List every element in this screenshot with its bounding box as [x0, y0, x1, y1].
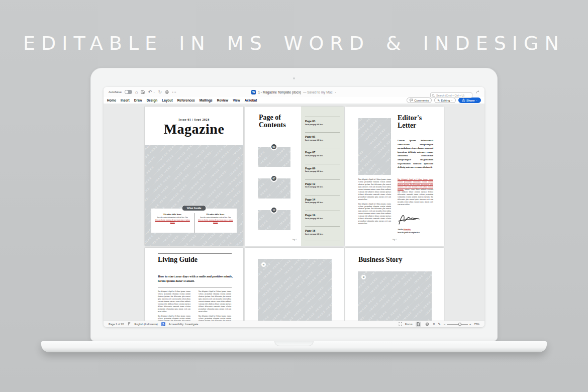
what-inside-box: Header title here Insert the content inf…	[151, 209, 237, 233]
image-here-watermark: -----IMAGE HERE-----IMAGE HERE-----IMAGE…	[258, 259, 332, 321]
toc-badge-07: 07	[270, 175, 277, 182]
word-app-icon: W	[251, 90, 256, 94]
toc-list: Page 03Insert your page title here. Page…	[305, 117, 340, 241]
toc-entry: Page 16Insert your page title here.	[305, 211, 340, 226]
signature-script	[398, 213, 421, 228]
tab-mailings[interactable]: Mailings	[200, 99, 213, 102]
search-box[interactable]	[430, 89, 472, 95]
tab-draw[interactable]: Draw	[134, 99, 142, 102]
editing-label: Editing	[441, 99, 450, 102]
zoom-slider-track[interactable]	[447, 324, 468, 325]
language-status[interactable]: English (Indonesia)	[135, 323, 158, 326]
tab-insert[interactable]: Insert	[121, 99, 130, 102]
inside-header-1: Header title here	[155, 213, 190, 216]
document-title: 1 - Magazine Template (docx)	[258, 90, 301, 94]
laptop-screen: AutoSave ⌂ ↶ ⌄ ↻ ⋯ W 1 - Magazine Templa…	[90, 68, 498, 341]
home-icon[interactable]: ⌂	[135, 90, 138, 94]
draft-view-button[interactable]: ✎	[438, 323, 441, 326]
page-photo[interactable]: 02 -----IMAGE HERE-----IMAGE HERE-----IM…	[245, 248, 344, 321]
save-icon[interactable]	[141, 90, 145, 94]
zoom-level[interactable]: 75%	[474, 323, 479, 326]
zoom-slider-knob[interactable]	[458, 323, 461, 326]
document-saved-status: — Saved to my Mac	[303, 90, 333, 94]
toc-entry: Page 14Insert your page title here.	[305, 195, 340, 211]
focus-label[interactable]: Focus	[405, 323, 413, 326]
zoom-out-icon[interactable]: –	[444, 323, 445, 326]
tab-acrobat[interactable]: Acrobat	[245, 99, 257, 102]
page-business-story[interactable]: Business Story 03 -----IMAGE HERE-----IM…	[345, 248, 444, 321]
zoom-slider[interactable]: – +	[444, 323, 471, 326]
share-button[interactable]: Share ⌄	[458, 97, 481, 103]
page-cover[interactable]: Issue 01 | Sept 2028 Magazine -----IMAGE…	[145, 107, 243, 246]
more-commands-icon[interactable]: ⋯	[172, 90, 176, 94]
share-chevron-icon: ⌄	[476, 99, 477, 102]
contents-title: Page of Contents	[259, 114, 286, 129]
zoom-in-icon[interactable]: +	[469, 323, 471, 326]
camera-dot-icon	[293, 77, 295, 79]
ribbon-tabs-row: Home Insert Draw Design Layout Reference…	[104, 97, 484, 104]
photo-image-placeholder: 02 -----IMAGE HERE-----IMAGE HERE-----IM…	[258, 259, 332, 321]
page-background: EDITABLE IN MS WORD & INDESIGN AutoSave …	[0, 0, 588, 392]
contents-title-line1: Page of	[259, 114, 286, 121]
banner-title: EDITABLE IN MS WORD & INDESIGN	[0, 29, 588, 57]
business-story-title: Business Story	[358, 256, 403, 264]
divider	[158, 287, 232, 287]
accessibility-icon: ♿	[161, 323, 165, 326]
autosave-label: AutoSave	[109, 90, 122, 93]
business-image-placeholder: 03 -----IMAGE HERE-----IMAGE HERE-----IM…	[358, 271, 432, 321]
print-layout-view-button[interactable]	[416, 322, 421, 327]
print-icon[interactable]	[165, 90, 169, 94]
editor-author: Ariella Shintskia,	[398, 229, 411, 231]
page-count-status[interactable]: Page 1 of 20	[109, 323, 124, 326]
toc-entry: Page 07Insert your page title here.	[305, 148, 340, 163]
toc-entry: Page 12Insert your page title here.	[305, 179, 340, 195]
editor-left-column: Dan doluptatei eliquid ut il ditass ipsu…	[358, 178, 391, 227]
toc-entry: Page 05Insert your page title here.	[305, 132, 340, 148]
editor-right-column: Dan doluptatei eliquid ut il ditass ipsu…	[398, 178, 433, 208]
page-number: Page 3	[345, 239, 444, 241]
comments-button[interactable]: Comments	[407, 97, 432, 103]
word-window: AutoSave ⌂ ↶ ⌄ ↻ ⋯ W 1 - Magazine Templa…	[104, 87, 484, 327]
outline-view-button[interactable]: ≡	[433, 323, 435, 326]
living-guide-subtitle: How to start your days with a smile and …	[158, 274, 236, 283]
search-icon	[432, 90, 435, 100]
living-guide-title: Living Guide	[158, 256, 198, 264]
editor-lead-paragraph: Lorem ipsum dolorsameti consectetur adis…	[398, 139, 433, 169]
tab-view[interactable]: View	[233, 99, 240, 102]
comment-bubble-icon	[410, 99, 413, 103]
undo-icon[interactable]: ↶	[148, 90, 152, 94]
tab-layout[interactable]: Layout	[162, 99, 172, 102]
share-label: Share	[466, 99, 475, 102]
photo-number-badge: 02	[261, 262, 266, 267]
laptop-base	[41, 341, 547, 352]
tab-home[interactable]: Home	[107, 99, 116, 102]
redo-icon[interactable]: ↻	[158, 90, 162, 94]
tab-design[interactable]: Design	[147, 99, 158, 102]
editing-mode-button[interactable]: ✎ Editing ⌄	[434, 97, 456, 103]
image-here-watermark: -----IMAGE HERE-----IMAGE HERE-----IMAGE…	[358, 271, 432, 321]
page-contents[interactable]: Page of Contents 03 -----IMAGE HERE-----…	[245, 107, 344, 246]
page-living-guide[interactable]: Living Guide How to start your days with…	[145, 248, 243, 321]
proofing-icon[interactable]	[128, 322, 131, 326]
tab-review[interactable]: Review	[217, 99, 228, 102]
page-editors-letter[interactable]: -----IMAGE HERE-----IMAGE HERE-----IMAGE…	[345, 107, 444, 246]
undo-chevron-icon[interactable]: ⌄	[153, 91, 155, 93]
divider	[158, 253, 232, 254]
pencil-icon: ✎	[437, 99, 440, 102]
web-layout-view-button[interactable]	[424, 322, 430, 327]
page-number: Page 2	[245, 239, 344, 241]
inside-text-red-1: dolorem aliandae atummus dit amet mautem…	[155, 219, 190, 224]
inside-text-2: Insert the content information text deta…	[200, 217, 231, 219]
toc-badge-03: 03	[270, 143, 277, 150]
share-link-icon[interactable]	[475, 90, 479, 94]
business-number-badge: 03	[361, 275, 366, 279]
focus-icon[interactable]	[399, 322, 402, 326]
tab-references[interactable]: References	[177, 99, 195, 102]
document-canvas: Issue 01 | Sept 2028 Magazine -----IMAGE…	[104, 104, 484, 321]
toc-badge-12: 12	[270, 207, 277, 214]
editor-title-line2: Letter	[398, 122, 422, 129]
laptop-notch	[274, 341, 314, 346]
accessibility-status[interactable]: Accessibility: Investigate	[169, 323, 198, 326]
autosave-toggle[interactable]	[125, 90, 132, 94]
search-input[interactable]	[430, 92, 472, 98]
